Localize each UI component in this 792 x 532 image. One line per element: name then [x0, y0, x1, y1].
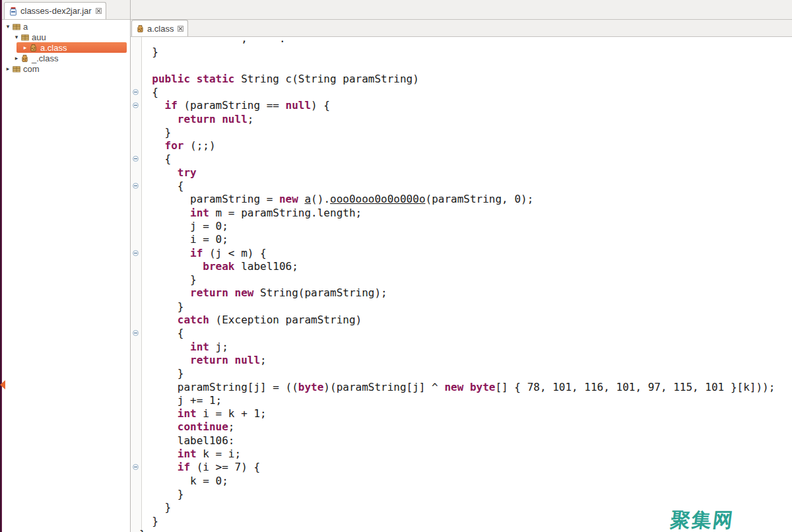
code-line: if (j < m) {	[139, 247, 267, 260]
code-line: int i = k + 1;	[139, 407, 267, 420]
code-line: {	[139, 180, 183, 193]
fold-collapse-icon[interactable]	[133, 89, 139, 95]
code-line: if (i >= 7) {	[139, 461, 260, 474]
tree-item-a-class[interactable]: ▸a.class	[16, 42, 127, 53]
code-line: j += 1;	[139, 394, 222, 407]
code-line: }	[139, 367, 183, 380]
code-line: {	[139, 152, 171, 166]
code-line: }	[139, 515, 158, 528]
code-line: return null;	[139, 354, 267, 367]
class-icon	[28, 43, 38, 52]
code-line: }	[139, 126, 171, 139]
code-line: paramString[j] = ((byte)(paramString[j] …	[139, 381, 775, 394]
package-tree: ▾a▾auu▸a.class▸_.class▸com	[2, 20, 130, 74]
code-line: int m = paramString.length;	[139, 207, 362, 220]
code-line: {	[139, 86, 158, 99]
expand-arrow-icon[interactable]: ▸	[5, 65, 11, 72]
code-line: continue;	[139, 420, 235, 434]
package-explorer[interactable]: ▾a▾auu▸a.class▸_.class▸com	[2, 20, 130, 532]
expand-arrow-icon[interactable]: ▸	[22, 44, 28, 51]
collapse-arrow-icon[interactable]: ▾	[5, 23, 11, 30]
fold-collapse-icon[interactable]	[133, 183, 139, 189]
code-line: paramString = new a().ooo0ooo0o0o000o(pa…	[139, 193, 533, 206]
decompiler-window: classes-dex2jar.jar ▾a▾auu▸a.class▸_.cla…	[0, 0, 792, 532]
code-line: }	[139, 528, 146, 532]
tree-item-com[interactable]: ▸com	[5, 63, 130, 74]
tree-item-label: _.class	[32, 53, 58, 63]
top-tab-bar	[0, 0, 792, 20]
tree-item-label: a	[23, 22, 28, 32]
code-line: }	[139, 501, 171, 514]
code-line: {	[139, 327, 183, 340]
expand-arrow-icon[interactable]: ▸	[13, 55, 20, 61]
code-line: i = 0;	[139, 233, 228, 246]
tab-label: a.class	[147, 24, 174, 34]
code-line: public static String c(String paramStrin…	[139, 73, 419, 86]
watermark: 聚集网	[669, 507, 735, 532]
code-line: return new String(paramString);	[139, 286, 387, 300]
tab-a-class[interactable]: a.class	[131, 20, 188, 36]
collapse-arrow-icon[interactable]: ▾	[13, 34, 20, 40]
close-icon[interactable]	[96, 8, 102, 14]
close-icon[interactable]	[178, 26, 183, 32]
code-line: try	[139, 166, 197, 180]
decompiled-symbol-link[interactable]: a	[304, 193, 311, 205]
package-icon	[20, 32, 30, 42]
code-line: }	[139, 273, 197, 286]
class-icon	[20, 53, 30, 63]
panel-divider[interactable]	[130, 0, 131, 532]
code-line: }	[139, 46, 158, 59]
editor-tab-bar	[130, 19, 792, 36]
code-line: if (paramString == null) {	[139, 99, 330, 112]
code-line: return null;	[139, 113, 253, 126]
code-editor[interactable]: , . } public static String c(String para…	[130, 36, 792, 532]
tree-item-a[interactable]: ▾a	[5, 21, 130, 32]
tab-classes-dex2jar-jar[interactable]: classes-dex2jar.jar	[4, 2, 106, 19]
tree-item-label: com	[23, 64, 40, 74]
tree-item-label: auu	[32, 32, 46, 42]
package-icon	[11, 64, 21, 73]
class-icon	[136, 24, 145, 33]
tab-label: classes-dex2jar.jar	[20, 6, 92, 16]
code-line: j = 0;	[139, 220, 228, 233]
fold-collapse-icon[interactable]	[133, 250, 139, 256]
code-line: int j;	[139, 341, 228, 354]
jar-icon	[9, 7, 18, 16]
code-line: }	[139, 300, 183, 314]
code-line: }	[139, 488, 183, 501]
tree-item--class[interactable]: ▸_.class	[13, 53, 130, 63]
package-icon	[11, 22, 21, 31]
code-line: break label106;	[139, 260, 298, 273]
code-view: , . } public static String c(String para…	[130, 37, 792, 532]
tree-item-auu[interactable]: ▾auu	[13, 32, 130, 42]
tree-item-label: a.class	[40, 43, 67, 53]
code-line: int k = i;	[139, 448, 241, 461]
code-line: catch (Exception paramString)	[139, 314, 362, 327]
window-edge	[0, 0, 2, 532]
code-line: k = 0;	[139, 475, 228, 488]
code-line: label106:	[139, 434, 235, 448]
edge-arrow-marker	[0, 380, 5, 389]
code-line: for (;;)	[139, 139, 216, 152]
code-line: , .	[139, 36, 286, 46]
decompiled-symbol-link[interactable]: ooo0ooo0o0o000o	[330, 193, 426, 205]
